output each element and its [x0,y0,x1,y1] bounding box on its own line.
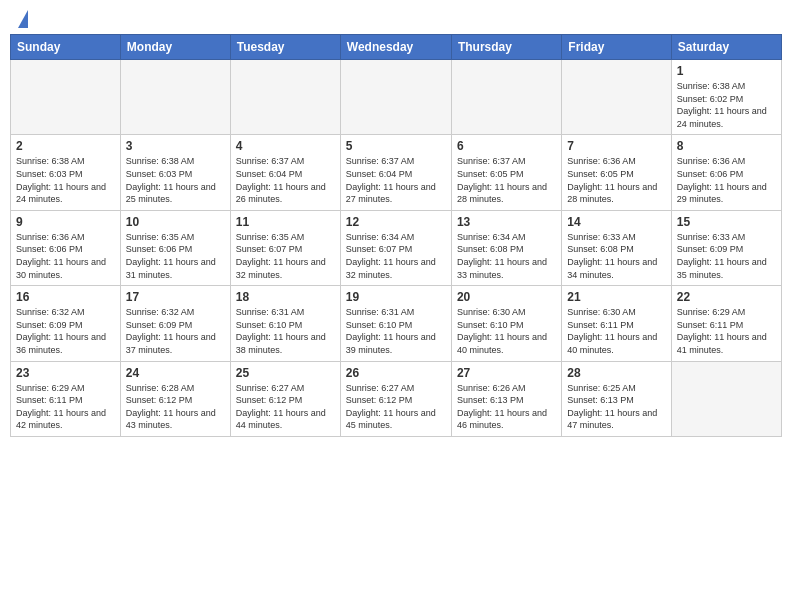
calendar-cell: 23Sunrise: 6:29 AM Sunset: 6:11 PM Dayli… [11,361,121,436]
calendar-cell [671,361,781,436]
day-number: 1 [677,64,776,78]
calendar-cell: 27Sunrise: 6:26 AM Sunset: 6:13 PM Dayli… [451,361,561,436]
calendar-header-thursday: Thursday [451,35,561,60]
calendar-cell: 26Sunrise: 6:27 AM Sunset: 6:12 PM Dayli… [340,361,451,436]
calendar-cell: 9Sunrise: 6:36 AM Sunset: 6:06 PM Daylig… [11,210,121,285]
calendar-header-row: SundayMondayTuesdayWednesdayThursdayFrid… [11,35,782,60]
day-number: 20 [457,290,556,304]
logo [14,10,28,30]
calendar-week-2: 2Sunrise: 6:38 AM Sunset: 6:03 PM Daylig… [11,135,782,210]
calendar-cell: 13Sunrise: 6:34 AM Sunset: 6:08 PM Dayli… [451,210,561,285]
calendar-cell: 11Sunrise: 6:35 AM Sunset: 6:07 PM Dayli… [230,210,340,285]
day-info: Sunrise: 6:28 AM Sunset: 6:12 PM Dayligh… [126,382,225,432]
calendar-cell: 4Sunrise: 6:37 AM Sunset: 6:04 PM Daylig… [230,135,340,210]
day-number: 19 [346,290,446,304]
day-info: Sunrise: 6:27 AM Sunset: 6:12 PM Dayligh… [236,382,335,432]
day-number: 4 [236,139,335,153]
day-number: 26 [346,366,446,380]
calendar-cell: 17Sunrise: 6:32 AM Sunset: 6:09 PM Dayli… [120,286,230,361]
day-info: Sunrise: 6:32 AM Sunset: 6:09 PM Dayligh… [16,306,115,356]
calendar-cell: 7Sunrise: 6:36 AM Sunset: 6:05 PM Daylig… [562,135,671,210]
day-number: 5 [346,139,446,153]
day-info: Sunrise: 6:37 AM Sunset: 6:04 PM Dayligh… [346,155,446,205]
calendar-header-sunday: Sunday [11,35,121,60]
day-info: Sunrise: 6:25 AM Sunset: 6:13 PM Dayligh… [567,382,665,432]
day-number: 27 [457,366,556,380]
day-number: 24 [126,366,225,380]
day-number: 28 [567,366,665,380]
day-info: Sunrise: 6:38 AM Sunset: 6:03 PM Dayligh… [16,155,115,205]
calendar-cell [230,60,340,135]
day-number: 22 [677,290,776,304]
day-info: Sunrise: 6:34 AM Sunset: 6:08 PM Dayligh… [457,231,556,281]
calendar-header-tuesday: Tuesday [230,35,340,60]
logo-triangle-icon [18,10,28,28]
calendar-cell: 15Sunrise: 6:33 AM Sunset: 6:09 PM Dayli… [671,210,781,285]
calendar-cell: 22Sunrise: 6:29 AM Sunset: 6:11 PM Dayli… [671,286,781,361]
calendar-header-saturday: Saturday [671,35,781,60]
day-number: 12 [346,215,446,229]
day-number: 16 [16,290,115,304]
calendar-cell: 28Sunrise: 6:25 AM Sunset: 6:13 PM Dayli… [562,361,671,436]
calendar-cell: 1Sunrise: 6:38 AM Sunset: 6:02 PM Daylig… [671,60,781,135]
day-info: Sunrise: 6:37 AM Sunset: 6:04 PM Dayligh… [236,155,335,205]
calendar-week-1: 1Sunrise: 6:38 AM Sunset: 6:02 PM Daylig… [11,60,782,135]
day-number: 3 [126,139,225,153]
calendar-cell: 18Sunrise: 6:31 AM Sunset: 6:10 PM Dayli… [230,286,340,361]
calendar-header-wednesday: Wednesday [340,35,451,60]
calendar-cell: 19Sunrise: 6:31 AM Sunset: 6:10 PM Dayli… [340,286,451,361]
day-info: Sunrise: 6:30 AM Sunset: 6:10 PM Dayligh… [457,306,556,356]
calendar-cell: 14Sunrise: 6:33 AM Sunset: 6:08 PM Dayli… [562,210,671,285]
day-number: 17 [126,290,225,304]
day-number: 7 [567,139,665,153]
calendar-week-3: 9Sunrise: 6:36 AM Sunset: 6:06 PM Daylig… [11,210,782,285]
day-number: 2 [16,139,115,153]
calendar-cell: 21Sunrise: 6:30 AM Sunset: 6:11 PM Dayli… [562,286,671,361]
calendar-cell: 12Sunrise: 6:34 AM Sunset: 6:07 PM Dayli… [340,210,451,285]
day-number: 11 [236,215,335,229]
calendar-cell: 25Sunrise: 6:27 AM Sunset: 6:12 PM Dayli… [230,361,340,436]
calendar-cell [340,60,451,135]
day-info: Sunrise: 6:32 AM Sunset: 6:09 PM Dayligh… [126,306,225,356]
calendar-cell: 16Sunrise: 6:32 AM Sunset: 6:09 PM Dayli… [11,286,121,361]
day-info: Sunrise: 6:36 AM Sunset: 6:05 PM Dayligh… [567,155,665,205]
day-info: Sunrise: 6:33 AM Sunset: 6:09 PM Dayligh… [677,231,776,281]
day-number: 14 [567,215,665,229]
calendar-cell: 2Sunrise: 6:38 AM Sunset: 6:03 PM Daylig… [11,135,121,210]
day-info: Sunrise: 6:36 AM Sunset: 6:06 PM Dayligh… [677,155,776,205]
calendar-cell: 8Sunrise: 6:36 AM Sunset: 6:06 PM Daylig… [671,135,781,210]
day-info: Sunrise: 6:38 AM Sunset: 6:03 PM Dayligh… [126,155,225,205]
day-number: 21 [567,290,665,304]
day-number: 23 [16,366,115,380]
calendar-cell: 6Sunrise: 6:37 AM Sunset: 6:05 PM Daylig… [451,135,561,210]
day-info: Sunrise: 6:37 AM Sunset: 6:05 PM Dayligh… [457,155,556,205]
calendar-cell: 3Sunrise: 6:38 AM Sunset: 6:03 PM Daylig… [120,135,230,210]
calendar-header-monday: Monday [120,35,230,60]
day-number: 13 [457,215,556,229]
day-number: 6 [457,139,556,153]
day-info: Sunrise: 6:31 AM Sunset: 6:10 PM Dayligh… [236,306,335,356]
calendar-cell: 24Sunrise: 6:28 AM Sunset: 6:12 PM Dayli… [120,361,230,436]
day-info: Sunrise: 6:29 AM Sunset: 6:11 PM Dayligh… [16,382,115,432]
page-header [10,10,782,30]
calendar-table: SundayMondayTuesdayWednesdayThursdayFrid… [10,34,782,437]
day-info: Sunrise: 6:38 AM Sunset: 6:02 PM Dayligh… [677,80,776,130]
day-info: Sunrise: 6:31 AM Sunset: 6:10 PM Dayligh… [346,306,446,356]
calendar-cell: 5Sunrise: 6:37 AM Sunset: 6:04 PM Daylig… [340,135,451,210]
day-number: 9 [16,215,115,229]
day-info: Sunrise: 6:35 AM Sunset: 6:07 PM Dayligh… [236,231,335,281]
calendar-cell: 10Sunrise: 6:35 AM Sunset: 6:06 PM Dayli… [120,210,230,285]
calendar-cell [11,60,121,135]
day-number: 25 [236,366,335,380]
day-info: Sunrise: 6:34 AM Sunset: 6:07 PM Dayligh… [346,231,446,281]
calendar-week-5: 23Sunrise: 6:29 AM Sunset: 6:11 PM Dayli… [11,361,782,436]
day-number: 18 [236,290,335,304]
day-info: Sunrise: 6:29 AM Sunset: 6:11 PM Dayligh… [677,306,776,356]
calendar-header-friday: Friday [562,35,671,60]
day-number: 15 [677,215,776,229]
day-info: Sunrise: 6:33 AM Sunset: 6:08 PM Dayligh… [567,231,665,281]
day-info: Sunrise: 6:27 AM Sunset: 6:12 PM Dayligh… [346,382,446,432]
calendar-cell [451,60,561,135]
calendar-cell [120,60,230,135]
day-number: 8 [677,139,776,153]
